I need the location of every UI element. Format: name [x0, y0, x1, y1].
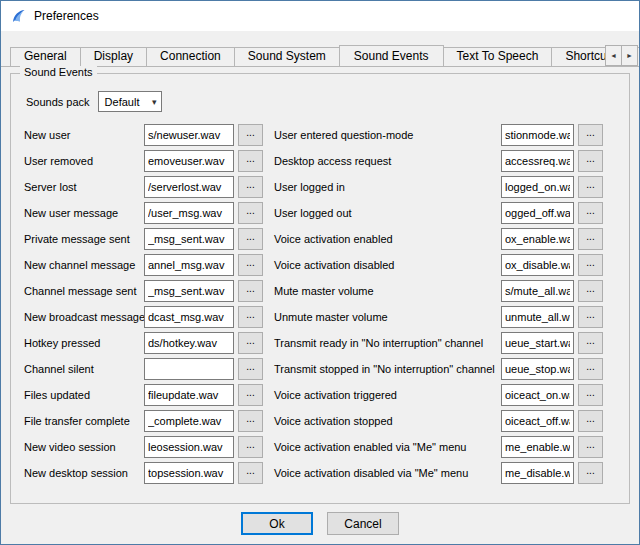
event-label: Voice activation enabled [274, 233, 501, 245]
event-label: File transfer complete [24, 415, 144, 427]
browse-button[interactable]: ... [578, 280, 603, 302]
sound-file-input[interactable] [144, 202, 234, 224]
browse-button[interactable]: ... [238, 124, 263, 146]
browse-button[interactable]: ... [578, 124, 603, 146]
event-label: User removed [24, 155, 144, 167]
sound-file-input[interactable] [144, 176, 234, 198]
browse-button[interactable]: ... [238, 202, 263, 224]
browse-button[interactable]: ... [578, 306, 603, 328]
browse-button[interactable]: ... [578, 254, 603, 276]
sound-file-input[interactable] [144, 358, 234, 380]
tab-connection[interactable]: Connection [146, 47, 235, 66]
tab-scroll-left-button[interactable]: ◄ [605, 45, 622, 66]
sound-event-row: Voice activation triggered ... [274, 382, 603, 408]
tab-text-to-speech[interactable]: Text To Speech [443, 47, 553, 66]
ok-button[interactable]: Ok [241, 512, 313, 535]
sound-file-input[interactable] [144, 306, 234, 328]
sound-file-input[interactable] [501, 280, 574, 302]
sound-file-input[interactable] [144, 124, 234, 146]
tab-display[interactable]: Display [80, 47, 147, 66]
browse-button[interactable]: ... [238, 332, 263, 354]
sound-event-row: New user message ... [24, 200, 263, 226]
browse-button[interactable]: ... [238, 228, 263, 250]
sound-event-row: New channel message ... [24, 252, 263, 278]
event-label: User entered question-mode [274, 129, 501, 141]
event-label: Unmute master volume [274, 311, 501, 323]
sound-events-group: Sound Events Sounds pack Default ▾ New u… [10, 73, 630, 504]
browse-button[interactable]: ... [578, 150, 603, 172]
sound-event-row: Voice activation disabled ... [274, 252, 603, 278]
sound-file-input[interactable] [144, 228, 234, 250]
sound-file-input[interactable] [501, 332, 574, 354]
sound-file-input[interactable] [501, 410, 574, 432]
sound-file-input[interactable] [144, 254, 234, 276]
browse-button[interactable]: ... [238, 280, 263, 302]
sound-file-input[interactable] [144, 384, 234, 406]
sound-file-input[interactable] [501, 176, 574, 198]
browse-button[interactable]: ... [578, 410, 603, 432]
browse-button[interactable]: ... [238, 384, 263, 406]
browse-button[interactable]: ... [238, 410, 263, 432]
event-label: Voice activation stopped [274, 415, 501, 427]
sound-event-row: Transmit stopped in "No interruption" ch… [274, 356, 603, 382]
browse-button[interactable]: ... [578, 384, 603, 406]
sound-file-input[interactable] [501, 384, 574, 406]
events-column-right: User entered question-mode ... Desktop a… [274, 122, 603, 486]
event-label: Transmit ready in "No interruption" chan… [274, 337, 501, 349]
browse-button[interactable]: ... [238, 306, 263, 328]
sound-file-input[interactable] [501, 436, 574, 458]
sound-file-input[interactable] [144, 280, 234, 302]
browse-button[interactable]: ... [578, 202, 603, 224]
cancel-button[interactable]: Cancel [327, 512, 399, 535]
sound-event-row: Voice activation stopped ... [274, 408, 603, 434]
sound-file-input[interactable] [501, 124, 574, 146]
browse-button[interactable]: ... [578, 228, 603, 250]
sound-file-input[interactable] [144, 150, 234, 172]
sound-file-input[interactable] [501, 462, 574, 484]
browse-button[interactable]: ... [238, 462, 263, 484]
events-column-left: New user ... User removed ... Server los… [24, 122, 263, 486]
browse-button[interactable]: ... [578, 436, 603, 458]
browse-button[interactable]: ... [238, 176, 263, 198]
sound-event-row: Files updated ... [24, 382, 263, 408]
sound-file-input[interactable] [144, 410, 234, 432]
browse-button[interactable]: ... [578, 176, 603, 198]
sound-file-input[interactable] [501, 306, 574, 328]
browse-button[interactable]: ... [238, 150, 263, 172]
sound-event-row: New user ... [24, 122, 263, 148]
sound-file-input[interactable] [144, 436, 234, 458]
event-label: New channel message [24, 259, 144, 271]
event-label: Files updated [24, 389, 144, 401]
sound-file-input[interactable] [501, 228, 574, 250]
browse-button[interactable]: ... [578, 332, 603, 354]
tab-scroll-buttons: ◄ ► [606, 45, 638, 66]
browse-button[interactable]: ... [578, 462, 603, 484]
sound-file-input[interactable] [501, 254, 574, 276]
tab-sound-system[interactable]: Sound System [234, 47, 340, 66]
sound-file-input[interactable] [501, 150, 574, 172]
sound-event-row: Voice activation enabled ... [274, 226, 603, 252]
sound-event-row: Mute master volume ... [274, 278, 603, 304]
sound-file-input[interactable] [501, 358, 574, 380]
event-label: New user message [24, 207, 144, 219]
sound-event-row: File transfer complete ... [24, 408, 263, 434]
event-label: Desktop access request [274, 155, 501, 167]
sound-file-input[interactable] [501, 202, 574, 224]
sound-file-input[interactable] [144, 462, 234, 484]
right-arrow-icon: ► [626, 52, 633, 59]
event-label: Voice activation triggered [274, 389, 501, 401]
window-title: Preferences [34, 9, 99, 23]
tab-scroll-right-button[interactable]: ► [621, 45, 638, 66]
browse-button[interactable]: ... [238, 358, 263, 380]
event-label: Mute master volume [274, 285, 501, 297]
sound-event-row: New desktop session ... [24, 460, 263, 486]
tab-sound-events[interactable]: Sound Events [339, 45, 444, 67]
sounds-pack-select[interactable]: Default ▾ [98, 91, 162, 112]
tab-general[interactable]: General [10, 47, 81, 66]
sound-file-input[interactable] [144, 332, 234, 354]
browse-button[interactable]: ... [578, 358, 603, 380]
browse-button[interactable]: ... [238, 254, 263, 276]
titlebar: Preferences [1, 1, 639, 31]
browse-button[interactable]: ... [238, 436, 263, 458]
sound-event-row: New video session ... [24, 434, 263, 460]
